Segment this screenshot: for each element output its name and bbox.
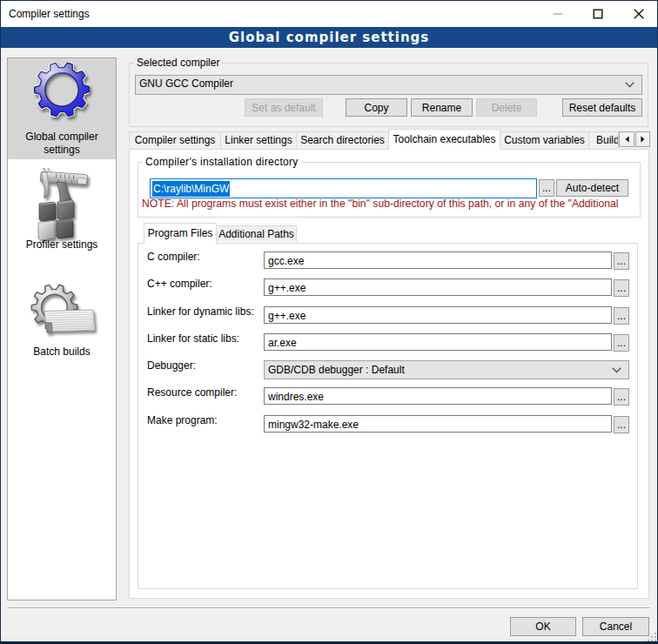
sidebar-item-label: Batch builds (8, 345, 116, 359)
field-label: Linker for dynamic libs: (147, 305, 254, 318)
sidebar: Global compiler settings (7, 57, 117, 600)
tab-compiler-settings[interactable]: Compiler settings (129, 131, 221, 148)
field-input[interactable]: ar.exe (264, 333, 612, 351)
tab-scroll-left-button[interactable] (619, 131, 634, 147)
field-label: Make program: (147, 414, 218, 426)
settings-tabbar: Compiler settings Linker settings Search… (129, 129, 649, 149)
close-icon (634, 9, 644, 19)
maximize-icon (593, 9, 603, 19)
form-row: Debugger: GDB/CDB debugger : Default (138, 360, 636, 379)
sidebar-item-batch-builds[interactable]: Batch builds (8, 271, 116, 375)
form-row: C++ compiler: g++.exe ... (138, 278, 636, 298)
dialog-header: Global compiler settings (1, 27, 657, 48)
field-label: Resource compiler: (147, 386, 237, 399)
field-label: C compiler: (147, 251, 200, 263)
sidebar-item-label: Profiler settings (8, 238, 116, 252)
sidebar-item-label: Global compiler (8, 131, 116, 144)
sidebar-item-global-compiler-settings[interactable]: Global compiler settings (8, 58, 116, 159)
close-button[interactable] (626, 1, 652, 27)
browse-button[interactable]: ... (614, 416, 629, 433)
field-label: C++ compiler: (147, 278, 212, 290)
arrow-left-icon (625, 136, 629, 143)
cancel-button[interactable]: Cancel (582, 617, 649, 636)
titlebar: Compiler settings (1, 1, 657, 27)
form-row: Linker for dynamic libs: g++.exe ... (138, 306, 636, 325)
form-row: Resource compiler: windres.exe ... (138, 387, 636, 406)
compiler-settings-dialog: Compiler settings Global compiler settin… (0, 0, 658, 644)
batch-builds-gear-icon (29, 284, 97, 344)
minimize-button[interactable] (545, 1, 571, 27)
installation-directory-legend: Compiler's installation directory (143, 156, 301, 168)
sidebar-item-profiler-settings[interactable]: Profiler settings (8, 159, 116, 264)
debugger-select[interactable]: GDB/CDB debugger : Default (264, 360, 629, 379)
tab-toolchain-executables[interactable]: Toolchain executables (388, 129, 500, 150)
note-text: NOTE: All programs must exist either in … (142, 198, 629, 210)
minimize-icon (553, 9, 563, 19)
form-row: Linker for static libs: ar.exe ... (138, 333, 636, 352)
selected-compiler-legend: Selected compiler (134, 57, 222, 69)
field-input[interactable]: gcc.exe (264, 252, 612, 269)
tab-linker-settings[interactable]: Linker settings (220, 131, 297, 148)
auto-detect-button[interactable]: Auto-detect (556, 179, 628, 197)
tab-build-options[interactable]: Build options (588, 131, 619, 148)
browse-directory-button[interactable]: ... (539, 179, 554, 197)
debugger-select-value: GDB/CDB debugger : Default (265, 364, 612, 376)
profiler-caliper-icon (30, 168, 93, 242)
field-input[interactable]: g++.exe (264, 306, 612, 324)
tab-search-directories[interactable]: Search directories (296, 131, 389, 148)
tab-additional-paths[interactable]: Additional Paths (216, 225, 297, 242)
maximize-button[interactable] (585, 1, 611, 27)
browse-button[interactable]: ... (614, 307, 629, 325)
browse-button[interactable]: ... (614, 279, 629, 297)
browse-button[interactable]: ... (614, 334, 629, 352)
tab-custom-variables[interactable]: Custom variables (500, 131, 589, 148)
field-label: Debugger: (147, 359, 196, 372)
program-files-tabbar: Program Files Additional Paths (138, 223, 637, 243)
installation-directory-value: C:\raylib\MinGW (152, 181, 230, 197)
footer-separator (8, 607, 650, 609)
installation-directory-input[interactable]: C:\raylib\MinGW (150, 178, 537, 198)
field-input[interactable]: mingw32-make.exe (264, 415, 612, 433)
arrow-right-icon (641, 136, 645, 143)
tab-program-files[interactable]: Program Files (144, 223, 217, 244)
form-row: Make program: mingw32-make.exe ... (138, 415, 636, 434)
cubes (38, 200, 74, 239)
tab-scroll-right-button[interactable] (635, 131, 650, 147)
blue-gear-icon (34, 62, 90, 120)
browse-button[interactable]: ... (614, 252, 629, 270)
sidebar-item-label: settings (8, 144, 116, 157)
window-title: Compiler settings (9, 1, 90, 27)
ok-button[interactable]: OK (510, 617, 576, 636)
browse-button[interactable]: ... (614, 388, 629, 406)
chevron-down-icon (612, 367, 621, 373)
field-input[interactable]: windres.exe (264, 387, 612, 405)
selected-compiler-group: Selected compiler (129, 57, 648, 127)
form-row: C compiler: gcc.exe ... (138, 252, 636, 271)
field-input[interactable]: g++.exe (264, 278, 612, 296)
field-label: Linker for static libs: (147, 332, 239, 345)
